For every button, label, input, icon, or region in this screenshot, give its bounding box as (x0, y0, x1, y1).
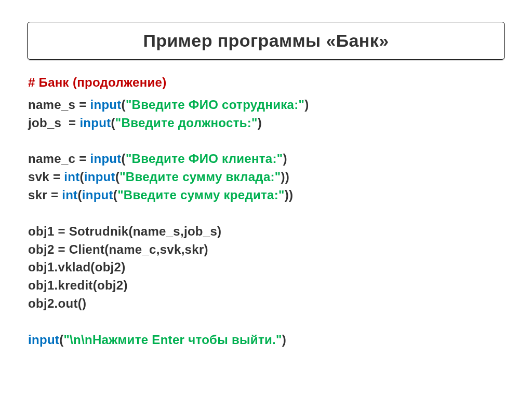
code-line-11: input("\n\nНажмите Enter чтобы выйти.") (28, 331, 505, 349)
code-comment: # Банк (продолжение) (28, 74, 505, 92)
code-block: # Банк (продолжение) name_s = input("Вве… (27, 74, 505, 349)
code-line-9: obj1.kredit(obj2) (28, 277, 505, 295)
code-line-6: obj1 = Sotrudnik(name_s,job_s) (28, 223, 505, 241)
code-line-8: obj1.vklad(obj2) (28, 258, 505, 277)
code-line-4: svk = int(input("Введите сумму вклада:")… (28, 168, 505, 186)
code-line-10: obj2.out() (28, 295, 505, 313)
code-line-7: obj2 = Client(name_c,svk,skr) (28, 241, 505, 259)
code-line-3: name_c = input("Введите ФИО клиента:") (28, 150, 505, 168)
title-container: Пример программы «Банк» (27, 22, 505, 60)
blank-line (28, 132, 505, 150)
page-title: Пример программы «Банк» (38, 31, 494, 51)
blank-line (28, 313, 505, 331)
code-line-2: job_s = input("Введите должность:") (28, 114, 505, 132)
blank-line (28, 204, 505, 223)
code-line-5: skr = int(input("Введите сумму кредита:"… (28, 186, 505, 204)
code-line-1: name_s = input("Введите ФИО сотрудника:"… (28, 96, 505, 114)
